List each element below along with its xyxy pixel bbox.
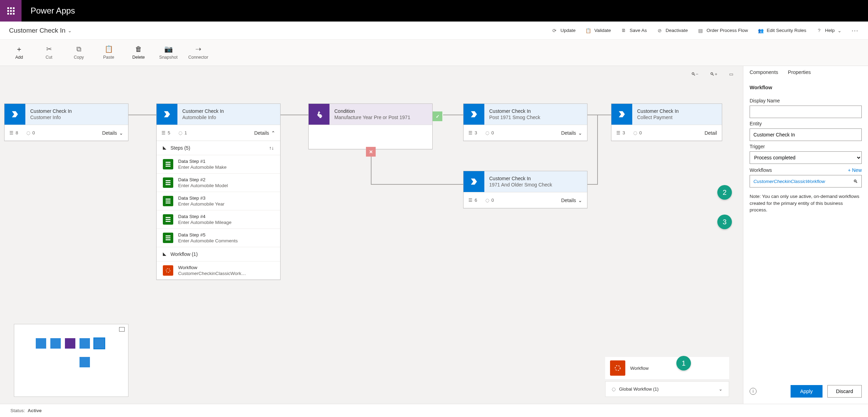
zoom-in-button[interactable]: 🔍︎+ [710, 72, 717, 77]
validate-button[interactable]: 📋 Validate [585, 27, 611, 34]
steps-icon: ☰ [616, 130, 620, 135]
refresh-icon: ⟳ [551, 27, 558, 34]
stage-customer-info[interactable]: Customer Check In Customer Info ☰8 ◌0 De… [4, 103, 128, 141]
stage-icon [5, 104, 25, 125]
svg-rect-14 [166, 239, 170, 240]
step-row[interactable]: Data Step #5Enter Automobile Comments [157, 228, 280, 247]
display-name-input[interactable] [750, 106, 862, 118]
step-row[interactable]: Data Step #1Enter Automobile Make [157, 155, 280, 173]
scissors-icon: ✂ [45, 45, 53, 53]
edit-security-button[interactable]: 👥 Edit Security Roles [758, 27, 806, 34]
tab-properties[interactable]: Properties [788, 69, 811, 77]
callout-1: 1 [676, 356, 691, 370]
deactivate-button[interactable]: ⊘ Deactivate [657, 27, 688, 34]
workflow-search[interactable]: 🔍︎ [750, 175, 862, 187]
stage-icon [464, 171, 484, 192]
trigger-label: Trigger [750, 144, 862, 149]
flow-title-dropdown[interactable]: Customer Check In ⌄ [9, 27, 72, 34]
designer-canvas[interactable]: 🔍︎− 🔍︎+ ▭ Customer Check In Customer Inf… [0, 66, 743, 404]
clipboard-icon: 📋 [585, 27, 592, 34]
condition-no-marker: ✕ [366, 147, 376, 157]
connector-button[interactable]: ⇢ Connector [183, 39, 213, 66]
workflow-icon: ◌ [485, 198, 489, 203]
add-button[interactable]: ＋ Add [4, 39, 34, 66]
chevron-down-icon: ⌄ [837, 28, 842, 33]
svg-rect-11 [166, 221, 170, 222]
chevron-down-icon: ⌄ [68, 28, 72, 33]
order-icon: ▤ [698, 27, 704, 34]
save-icon: 🗎 [621, 27, 627, 34]
details-toggle[interactable]: Detail [704, 130, 717, 136]
fit-screen-button[interactable]: ▭ [729, 72, 733, 77]
minimap[interactable] [14, 324, 128, 397]
step-row[interactable]: Data Step #4Enter Automobile Mileage [157, 210, 280, 228]
details-toggle[interactable]: Details⌃ [254, 130, 275, 136]
workflow-count-icon: ◌ [612, 386, 616, 392]
chevron-up-icon: ⌃ [271, 130, 275, 136]
data-step-icon [163, 159, 173, 169]
stage-icon [157, 104, 177, 125]
cut-button[interactable]: ✂ Cut [34, 39, 64, 66]
copy-button[interactable]: ⧉ Copy [64, 39, 94, 66]
help-icon: ? [816, 27, 822, 34]
connector-line [443, 115, 464, 115]
more-commands-button[interactable]: ⋯ [851, 26, 859, 35]
stage-post-1971[interactable]: Customer Check In Post 1971 Smog Check ☰… [463, 103, 587, 141]
workflow-icon: ◌ [633, 130, 637, 135]
reorder-icon[interactable]: ↑↓ [269, 145, 274, 151]
flow-title: Customer Check In [9, 27, 66, 34]
status-bar: Status: Active [0, 404, 868, 417]
stage-automobile-info[interactable]: Customer Check In Automobile Info ☰5 ◌1 … [156, 103, 281, 280]
details-toggle[interactable]: Details⌄ [561, 130, 582, 136]
connector-icon: ⇢ [194, 45, 202, 53]
details-toggle[interactable]: Details⌄ [102, 130, 123, 136]
order-process-button[interactable]: ▤ Order Process Flow [698, 27, 748, 34]
svg-rect-13 [166, 237, 170, 239]
new-workflow-link[interactable]: + New [848, 167, 862, 173]
stage-collect-payment[interactable]: Customer Check In Collect Payment ☰3 ◌0 … [611, 103, 722, 141]
entity-input[interactable] [750, 128, 862, 141]
condition-stage[interactable]: Condition Manufacture Year Pre or Post 1… [308, 103, 433, 149]
triangle-icon [163, 252, 166, 256]
workflow-search-input[interactable] [750, 179, 850, 184]
stage-icon [464, 104, 484, 125]
info-icon[interactable]: i [750, 388, 757, 395]
zoom-out-button[interactable]: 🔍︎− [691, 72, 699, 77]
help-button[interactable]: ? Help ⌄ [816, 27, 842, 34]
apply-button[interactable]: Apply [791, 385, 823, 398]
global-workflow-title: Workflow [630, 366, 649, 371]
mini-node [80, 338, 90, 349]
deactivate-icon: ⊘ [657, 27, 663, 34]
connector-line [371, 184, 464, 185]
svg-rect-4 [166, 182, 170, 183]
minimap-expand-icon[interactable] [119, 327, 125, 332]
top-header: Power Apps [0, 0, 868, 22]
workflow-icon: ◌ [178, 130, 182, 135]
workflow-icon: ◌ [485, 130, 489, 135]
svg-rect-8 [166, 202, 170, 203]
mini-node [50, 338, 61, 349]
stage-older-1971[interactable]: Customer Check In 1971 And Older Smog Ch… [463, 171, 587, 208]
workflow-tile-icon [610, 360, 625, 376]
chevron-down-icon: ⌄ [578, 198, 582, 203]
delete-button[interactable]: 🗑 Delete [124, 39, 153, 66]
trigger-select[interactable]: Process completed [750, 151, 862, 164]
step-row[interactable]: Data Step #3Enter Automobile Year [157, 192, 280, 210]
callout-3: 3 [717, 215, 732, 229]
update-button[interactable]: ⟳ Update [551, 27, 576, 34]
workflow-row[interactable]: WorkflowCustomerCheckinClassicWork… [157, 261, 280, 280]
chevron-down-icon[interactable]: ⌄ [719, 386, 723, 392]
connector-line [587, 115, 611, 115]
step-row[interactable]: Data Step #2Enter Automobile Model [157, 173, 280, 192]
search-icon[interactable]: 🔍︎ [850, 179, 861, 184]
global-workflow-tile[interactable]: Workflow ◌ Global Workflow (1) ⌄ [605, 357, 729, 397]
details-toggle[interactable]: Details⌄ [561, 198, 582, 203]
tab-components[interactable]: Components [750, 69, 778, 77]
app-launcher-button[interactable] [0, 0, 22, 22]
snapshot-button[interactable]: 📷 Snapshot [153, 39, 183, 66]
paste-button[interactable]: 📋 Paste [94, 39, 124, 66]
save-as-button[interactable]: 🗎 Save As [621, 27, 647, 34]
callout-2: 2 [717, 185, 732, 200]
steps-header: Steps (5) [170, 145, 190, 151]
discard-button[interactable]: Discard [827, 385, 862, 398]
